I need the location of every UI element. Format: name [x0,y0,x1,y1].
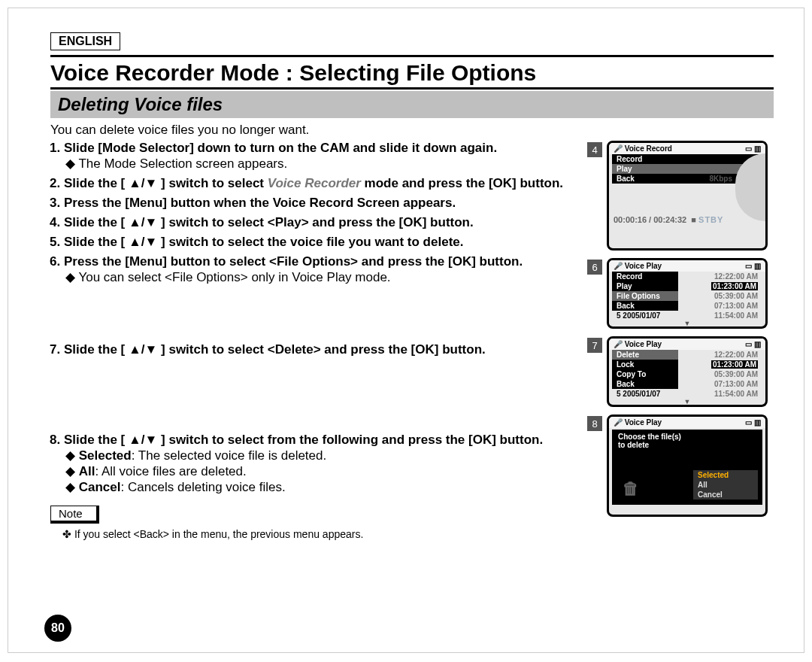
mic-icon: 🎤 [614,262,623,270]
down-arrow-icon: ▼ [609,399,765,405]
step-8-c: Cancel: Cancels deleting voice files. [65,479,569,495]
dialog-text: to delete [618,441,756,449]
mic-icon: 🎤 [614,418,623,427]
page-title: Voice Recorder Mode : Selecting File Opt… [50,55,774,90]
menu-copyto: Copy To [612,369,678,379]
menu-lock: Lock [612,360,678,369]
opt-cancel: Cancel [693,490,758,500]
intro-text: You can delete voice files you no longer… [50,123,774,138]
screenshot-8: 🎤 Voice Play ▭ ▥ Choose the file(s) to d… [607,415,768,517]
trash-icon: 🗑 [623,479,639,499]
shot-badge-4: 4 [587,142,602,157]
page-number: 80 [44,615,71,642]
timer-label: 00:00:16 / 00:24:32 [614,215,686,224]
file-row: 05:39:00 AM [680,291,762,301]
bitrate-label: 8Kbps [709,175,732,183]
opt-all: All [693,480,758,490]
file-row: 12:22:00 AM [680,350,762,360]
battery-icon: ▭ ▥ [745,340,761,348]
menu-record: Record [612,272,678,281]
shot-badge-7: 7 [587,338,602,353]
battery-icon: ▭ ▥ [745,418,761,427]
menu-record: Record [612,154,762,164]
menu-back: Back [612,301,678,311]
file-row: 01:23:00 AM [680,281,762,291]
step-8-b: All: All voice files are deleted. [65,463,569,479]
screenshots-column: 4 🎤 Voice Record ▭ ▥ Record Play Back 8K… [587,141,774,543]
section-heading: Deleting Voice files [50,91,774,118]
file-row: 12:22:00 AM [680,272,762,281]
battery-icon: ▭ ▥ [745,262,761,270]
step-4: Slide the [ ▲/▼ ] switch to select <Play… [64,215,569,230]
mic-icon: 🎤 [614,144,623,153]
screenshot-7: 🎤 Voice Play ▭ ▥ Delete Lock Copy To Bac… [607,336,768,407]
file-row: 01:23:00 AM [680,360,762,369]
step-6-sub: You can select <File Options> only in Vo… [65,269,569,285]
step-5: Slide the [ ▲/▼ ] switch to select the v… [64,235,569,250]
step-8-a: Selected: The selected voice file is del… [65,448,569,463]
note-text: If you select <Back> in the menu, the pr… [62,528,569,540]
options-box: Selected All Cancel [693,470,758,500]
stby-label: STBY [698,215,723,224]
mic-icon: 🎤 [614,340,623,348]
step-7: Slide the [ ▲/▼ ] switch to select <Dele… [64,342,569,357]
step-6: Press the [Menu] button to select <File … [64,254,569,285]
step-3: Press the [Menu] button when the Voice R… [64,196,569,211]
step-2: Slide the [ ▲/▼ ] switch to select Voice… [64,176,569,191]
shot-badge-6: 6 [587,260,602,275]
steps-list: Slide [Mode Selector] down to turn on th… [64,141,569,495]
screenshot-4: 🎤 Voice Record ▭ ▥ Record Play Back 8Kbp… [607,141,768,251]
language-tag: ENGLISH [50,32,120,50]
opt-selected: Selected [693,470,758,480]
step-8: Slide the [ ▲/▼ ] switch to select from … [64,433,569,495]
step-1-sub: The Mode Selection screen appears. [65,156,569,172]
shot-badge-8: 8 [587,416,602,431]
note-label: Note [50,506,99,524]
menu-fileoptions: File Options [612,291,678,301]
file-row: 07:13:00 AM [680,301,762,311]
battery-icon: ▭ ▥ [745,144,761,153]
dialog-text: Choose the file(s) [618,433,756,441]
file-row: 07:13:00 AM [680,379,762,389]
menu-play: Play [612,281,678,291]
down-arrow-icon: ▼ [609,320,765,326]
screenshot-6: 🎤 Voice Play ▭ ▥ Record Play File Option… [607,258,768,329]
menu-delete: Delete [612,350,678,360]
menu-back: Back [612,379,678,389]
step-1: Slide [Mode Selector] down to turn on th… [64,141,569,172]
file-row: 05:39:00 AM [680,369,762,379]
